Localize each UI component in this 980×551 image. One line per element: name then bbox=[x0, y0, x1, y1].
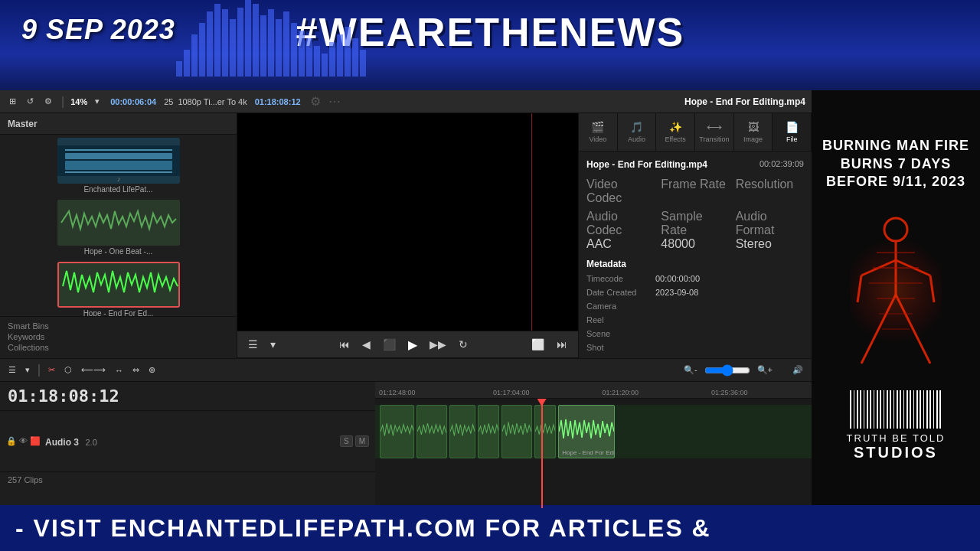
preview-area: ☰ ▾ ⏮ ◀ ⬛ ▶ ▶▶ ↻ ⬜ ⏭ bbox=[237, 113, 578, 358]
tl-slip-btn[interactable]: ⇔ bbox=[130, 364, 142, 377]
track-eye-icon[interactable]: 👁 bbox=[19, 436, 28, 446]
camera-label: Camera bbox=[586, 302, 655, 311]
audio-clip[interactable] bbox=[501, 405, 532, 458]
tl-menu-btn[interactable]: ☰ bbox=[6, 364, 18, 377]
loop-btn[interactable]: ↻ bbox=[456, 337, 471, 352]
smart-bins-item[interactable]: Smart Bins bbox=[8, 321, 229, 331]
keywords-item[interactable]: Keywords bbox=[8, 332, 229, 341]
image-tab-label: Image bbox=[743, 135, 763, 143]
video-codec-item: Video Codec bbox=[586, 178, 655, 205]
zoom-dropdown-btn[interactable]: ▾ bbox=[92, 95, 103, 108]
effects-tab-icon: ✨ bbox=[669, 121, 682, 133]
collections-item[interactable]: Collections bbox=[8, 343, 229, 352]
timeline-tracks[interactable]: Hope - End For Editi... bbox=[375, 399, 812, 508]
transition-tab-icon: ⟷ bbox=[707, 121, 722, 133]
audio-group: Audio Codec AAC Sample Rate 48000 Audio … bbox=[586, 210, 804, 251]
tab-audio[interactable]: 🎵 Audio bbox=[618, 113, 657, 151]
editor-body: Master ♪ bbox=[0, 113, 812, 358]
audio-wave-svg bbox=[57, 200, 180, 246]
media-item-name: Hope - One Beat -... bbox=[84, 247, 153, 256]
truth-be-told-label: TRUTH BE TOLD bbox=[847, 432, 946, 444]
tl-select-btn[interactable]: ⬡ bbox=[62, 364, 74, 377]
media-item-name: Enchanted LifePat... bbox=[83, 185, 152, 194]
transport-dropdown-btn[interactable]: ▾ bbox=[267, 337, 279, 352]
timecode-label: Timecode bbox=[586, 274, 655, 283]
timeline-playhead[interactable] bbox=[541, 399, 543, 508]
timecode-value: 00:00:00:00 bbox=[655, 274, 700, 283]
scene-row: Scene bbox=[586, 329, 804, 338]
svg-line-20 bbox=[861, 341, 873, 364]
list-item[interactable]: Hope - End For Ed... bbox=[3, 262, 234, 316]
metadata-section-title: Metadata bbox=[586, 259, 804, 269]
toolbar-refresh-btn[interactable]: ↺ bbox=[24, 95, 37, 108]
tab-effects[interactable]: ✨ Effects bbox=[656, 113, 695, 151]
tl-volume-btn[interactable]: 🔊 bbox=[790, 364, 805, 377]
track-name: Audio 3 bbox=[45, 437, 79, 448]
clip-label: Hope - End For Editi... bbox=[562, 449, 615, 456]
selected-audio-clip[interactable]: Hope - End For Editi... bbox=[558, 405, 615, 458]
track-lock-icon[interactable]: 🔒 bbox=[6, 436, 17, 446]
master-label: Master bbox=[8, 119, 38, 129]
tl-zoom-in-btn[interactable]: 🔍+ bbox=[755, 364, 775, 377]
audio-clip[interactable] bbox=[534, 405, 557, 458]
tl-cut-btn[interactable]: ✂ bbox=[46, 364, 57, 377]
audio-clip[interactable] bbox=[416, 405, 447, 458]
audio-clip[interactable] bbox=[380, 405, 415, 458]
track-mute-btn[interactable]: M bbox=[355, 435, 369, 447]
studios-label: STUDIOS bbox=[847, 444, 946, 461]
date-created-value: 2023-09-08 bbox=[655, 288, 698, 297]
tab-file[interactable]: 📄 File bbox=[773, 113, 812, 151]
shot-label: Shot bbox=[586, 343, 655, 352]
tab-transition[interactable]: ⟷ Transition bbox=[695, 113, 734, 151]
tab-image[interactable]: 🖼 Image bbox=[734, 113, 773, 151]
track-solo-btn[interactable]: S bbox=[340, 435, 353, 447]
file-title-row: Hope - End For Editing.mp4 00:02:39:09 bbox=[586, 159, 804, 170]
tl-roll-btn[interactable]: ↔ bbox=[113, 364, 126, 377]
track-icons: 🔒 👁 🟥 bbox=[6, 436, 41, 446]
ticker-text: - VISIT ENCHANTEDLIFEPATH.COM FOR ARTICL… bbox=[0, 514, 711, 543]
track-color-icon[interactable]: 🟥 bbox=[30, 436, 41, 446]
video-thumb-svg: ♪ bbox=[57, 138, 180, 184]
editor-toolbar: ⊞ ↺ ⚙ | 14% ▾ 00:00:06:04 25 1080p Ti...… bbox=[0, 90, 812, 113]
play-btn[interactable]: ▶ bbox=[405, 336, 420, 354]
media-list[interactable]: ♪ Enchanted LifePat... Hope - One Beat -… bbox=[0, 135, 237, 316]
tl-zoom-out-btn[interactable]: 🔍- bbox=[681, 364, 700, 377]
audio-clip[interactable] bbox=[478, 405, 500, 458]
audio-clip[interactable] bbox=[449, 405, 475, 458]
toolbar-settings-btn[interactable]: ⚙ bbox=[41, 95, 55, 108]
image-tab-icon: 🖼 bbox=[748, 121, 759, 133]
stop-btn[interactable]: ⬛ bbox=[380, 337, 399, 352]
tl-zoom-slider[interactable] bbox=[704, 364, 750, 377]
go-to-start-btn[interactable]: ⏮ bbox=[336, 337, 353, 352]
transport-bar: ☰ ▾ ⏮ ◀ ⬛ ▶ ▶▶ ↻ ⬜ ⏭ bbox=[237, 331, 578, 358]
frame-rate-display: 25 bbox=[164, 97, 173, 106]
ruler-mark-1: 01:12:48:00 bbox=[379, 389, 416, 396]
sep1: | bbox=[61, 95, 64, 109]
transport-menu-btn[interactable]: ☰ bbox=[245, 337, 261, 352]
sample-rate-item: Sample Rate 48000 bbox=[661, 210, 729, 251]
news-ticker: - VISIT ENCHANTEDLIFEPATH.COM FOR ARTICL… bbox=[0, 505, 980, 551]
inspector-content: Hope - End For Editing.mp4 00:02:39:09 V… bbox=[579, 152, 812, 358]
toolbar-right: Hope - End For Editing.mp4 bbox=[684, 96, 805, 107]
tab-video[interactable]: 🎬 Video bbox=[579, 113, 618, 151]
audio-format-value: Stereo bbox=[736, 237, 804, 251]
clip-btn[interactable]: ⬜ bbox=[528, 337, 547, 352]
list-item[interactable]: Hope - One Beat -... bbox=[3, 200, 234, 256]
inspector-tabs: 🎬 Video 🎵 Audio ✨ Effects ⟷ Transition 🖼 bbox=[579, 113, 812, 152]
effects-tab-label: Effects bbox=[665, 135, 686, 143]
sep2: ⚙ bbox=[310, 94, 321, 109]
step-forward-btn[interactable]: ▶▶ bbox=[426, 337, 449, 352]
track-buttons: S M bbox=[340, 435, 369, 447]
toolbar-grid-btn[interactable]: ⊞ bbox=[6, 95, 19, 108]
tl-slide-btn[interactable]: ⊕ bbox=[146, 364, 158, 377]
tl-ripple-btn[interactable]: ⟵⟶ bbox=[79, 364, 108, 377]
go-to-end-btn[interactable]: ⏭ bbox=[554, 337, 570, 352]
tl-dropdown-btn[interactable]: ▾ bbox=[23, 364, 32, 377]
audio-codec-value: AAC bbox=[586, 237, 655, 251]
step-back-btn[interactable]: ◀ bbox=[359, 337, 374, 352]
top-banner: 9 SEP 2023 #WEARETHENEWS bbox=[0, 0, 980, 90]
zoom-level: 14% bbox=[70, 97, 87, 106]
right-side-panel: BURNING MAN FIRE BURNS 7 DAYS BEFORE 9/1… bbox=[812, 90, 980, 508]
resolution-label: Resolution bbox=[736, 178, 804, 191]
list-item[interactable]: ♪ Enchanted LifePat... bbox=[3, 138, 234, 194]
